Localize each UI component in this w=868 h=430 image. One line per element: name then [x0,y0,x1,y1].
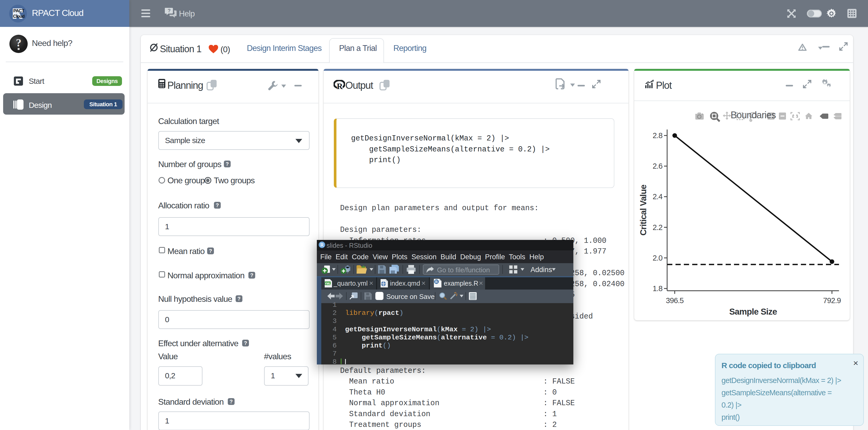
svg-text:?: ? [168,8,170,13]
svg-text:Boundaries: Boundaries [731,110,776,120]
svg-text:396.5: 396.5 [666,296,684,305]
svg-text:R: R [435,279,438,284]
svg-text:2.8: 2.8 [652,131,662,140]
svg-text:2.0: 2.0 [652,254,662,262]
svg-text:PACT: PACT [13,8,25,13]
svg-text:Critical Value: Critical Value [639,185,648,235]
svg-text:2.2: 2.2 [652,223,662,232]
svg-text:YML: YML [325,282,331,285]
svg-text:Cloud: Cloud [13,14,25,19]
svg-text:Sample Size: Sample Size [729,307,777,317]
svg-text:R: R [346,268,349,273]
svg-text:792.9: 792.9 [823,296,841,305]
svg-text:R: R [337,82,343,90]
svg-text:2.4: 2.4 [652,192,662,201]
svg-text:1.8: 1.8 [652,284,662,293]
svg-text:?: ? [16,37,21,49]
svg-text:2.6: 2.6 [652,162,662,170]
